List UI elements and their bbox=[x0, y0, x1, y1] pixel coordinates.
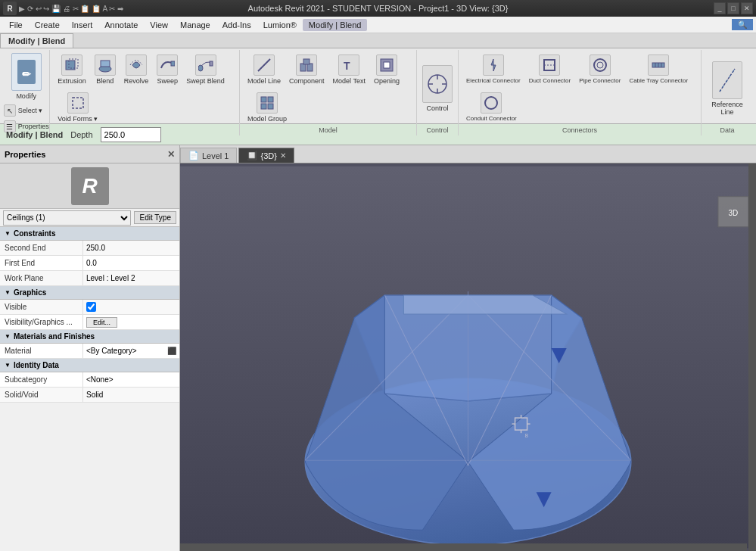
component-label: Component bbox=[289, 77, 325, 85]
menu-addins[interactable]: Add-Ins bbox=[216, 19, 257, 31]
3d-tab-close[interactable]: ✕ bbox=[280, 151, 286, 160]
duct-connector-button[interactable]: Duct Connector bbox=[526, 53, 574, 86]
svg-point-7 bbox=[198, 65, 203, 71]
revolve-button[interactable]: Revolve bbox=[121, 53, 152, 86]
revit-logo: R bbox=[3, 2, 17, 15]
title-bar: R ▶ ⟳ ↩ ↪ 💾 🖨 ✂ 📋 📋 A ✂ ➡ Autodesk Revit… bbox=[0, 0, 756, 17]
graphics-arrow: ▼ bbox=[5, 289, 11, 296]
visible-row: Visible bbox=[0, 300, 179, 315]
visible-checkbox[interactable] bbox=[86, 302, 96, 312]
data-btns: Reference Line bbox=[706, 51, 748, 125]
visible-value[interactable] bbox=[83, 300, 179, 314]
menu-annotate[interactable]: Annotate bbox=[98, 19, 144, 31]
svg-text:T: T bbox=[344, 60, 350, 72]
ribbon-tab-modify-blend[interactable]: Modify | Blend bbox=[0, 33, 73, 48]
cable-tray-connector-button[interactable]: Cable Tray Connector bbox=[626, 53, 691, 86]
view-cube[interactable]: 3D bbox=[718, 197, 748, 227]
avatar-area: R bbox=[0, 163, 179, 209]
graphics-section-header[interactable]: ▼ Graphics bbox=[0, 286, 179, 300]
minimize-btn[interactable]: _ bbox=[714, 2, 726, 14]
menu-create[interactable]: Create bbox=[29, 19, 66, 31]
component-icon bbox=[296, 54, 317, 76]
reference-line-icon bbox=[712, 61, 742, 99]
model-line-button[interactable]: Model Line bbox=[244, 53, 284, 86]
void-forms-button[interactable]: Void Forms ▾ bbox=[54, 91, 101, 124]
horizontal-scrollbar[interactable] bbox=[180, 543, 747, 551]
first-end-input[interactable] bbox=[86, 259, 176, 267]
modify-button[interactable]: ✏ Modify bbox=[8, 51, 45, 101]
sweep-button[interactable]: Sweep bbox=[154, 53, 181, 86]
swept-blend-button[interactable]: Swept Blend bbox=[183, 53, 228, 86]
pipe-connector-button[interactable]: Pipe Connector bbox=[576, 53, 624, 86]
materials-arrow: ▼ bbox=[5, 333, 11, 340]
second-end-value[interactable] bbox=[83, 241, 179, 255]
extrusion-button[interactable]: Extrusion bbox=[54, 53, 89, 86]
model-text-button[interactable]: T Model Text bbox=[330, 53, 369, 86]
forms-btns: Extrusion Blend Revolve bbox=[54, 51, 235, 125]
first-end-value[interactable] bbox=[83, 256, 179, 270]
component-button[interactable]: Component bbox=[286, 53, 328, 86]
view-tab-level1[interactable]: 📄 Level 1 bbox=[180, 148, 237, 163]
conduit-connector-icon bbox=[481, 92, 502, 114]
maximize-btn[interactable]: □ bbox=[727, 2, 739, 14]
menu-file[interactable]: File bbox=[3, 19, 29, 31]
search-box[interactable]: 🔍 bbox=[732, 19, 753, 30]
material-browse-btn[interactable]: ⬛ bbox=[167, 347, 176, 355]
control-group-label: Control bbox=[427, 126, 449, 134]
work-plane-row: Work Plane Level : Level 2 bbox=[0, 271, 179, 286]
control-icon bbox=[422, 65, 453, 103]
svg-text:8: 8 bbox=[525, 432, 529, 439]
model-line-icon bbox=[254, 54, 275, 76]
material-label: Material bbox=[0, 344, 83, 358]
svg-rect-20 bbox=[268, 104, 273, 109]
subcategory-value[interactable]: <None> bbox=[83, 372, 179, 387]
electrical-connector-button[interactable]: Electrical Connector bbox=[463, 53, 524, 86]
solid-void-value: Solid bbox=[83, 388, 179, 402]
opening-button[interactable]: Opening bbox=[371, 53, 403, 86]
close-btn[interactable]: ✕ bbox=[741, 2, 753, 14]
model-btns: Model Line Component T Model Text bbox=[244, 51, 412, 125]
3d-tab-icon: 🔲 bbox=[247, 151, 257, 160]
constraints-section-header[interactable]: ▼ Constraints bbox=[0, 227, 179, 241]
properties-close-button[interactable]: ✕ bbox=[167, 149, 175, 160]
materials-section-header[interactable]: ▼ Materials and Finishes bbox=[0, 330, 179, 344]
select-label: Select ▾ bbox=[18, 107, 43, 114]
menu-manage[interactable]: Manage bbox=[174, 19, 216, 31]
solid-void-row: Solid/Void Solid bbox=[0, 388, 179, 403]
command-label: Modify | Blend bbox=[6, 130, 63, 139]
vertical-scrollbar[interactable] bbox=[748, 163, 756, 551]
material-value[interactable]: <By Category> ⬛ bbox=[83, 344, 179, 358]
menu-insert[interactable]: Insert bbox=[66, 19, 99, 31]
subcategory-row: Subcategory <None> bbox=[0, 372, 179, 388]
menu-view[interactable]: View bbox=[144, 19, 174, 31]
view-tab-3d[interactable]: 🔲 {3D} ✕ bbox=[238, 148, 294, 163]
reference-line-button[interactable]: Reference Line bbox=[706, 60, 748, 117]
visibility-graphics-value[interactable]: Edit... bbox=[83, 315, 179, 329]
second-end-input[interactable] bbox=[86, 244, 176, 252]
identity-section-header[interactable]: ▼ Identity Data bbox=[0, 359, 179, 372]
properties-panel: Properties ✕ R Ceilings (1) Edit Type ▼ … bbox=[0, 145, 180, 551]
cable-tray-connector-label: Cable Tray Connector bbox=[629, 77, 688, 84]
menu-lumion[interactable]: Lumion® bbox=[257, 19, 303, 31]
revit-r-logo: R bbox=[71, 167, 109, 205]
menu-bar: File Create Insert Annotate View Manage … bbox=[0, 17, 756, 33]
visibility-graphics-button[interactable]: Edit... bbox=[86, 317, 117, 328]
type-dropdown[interactable]: Ceilings (1) bbox=[3, 210, 131, 226]
window-controls[interactable]: _ □ ✕ bbox=[714, 2, 753, 14]
ribbon-tabs: Modify | Blend bbox=[0, 33, 756, 48]
swept-blend-icon bbox=[195, 54, 216, 76]
menu-modify-blend[interactable]: Modify | Blend bbox=[303, 19, 368, 31]
depth-input[interactable] bbox=[101, 127, 161, 142]
edit-type-button[interactable]: Edit Type bbox=[134, 211, 176, 224]
work-plane-label: Work Plane bbox=[0, 271, 83, 285]
model-group-button[interactable]: Model Group bbox=[244, 91, 290, 124]
main-area: Properties ✕ R Ceilings (1) Edit Type ▼ … bbox=[0, 145, 756, 551]
conduit-connector-button[interactable]: Conduit Connector bbox=[463, 91, 520, 123]
modify-label: Modify bbox=[16, 92, 36, 100]
select-small-btn[interactable]: ↖ Select ▾ bbox=[1, 103, 52, 118]
control-btns: Control bbox=[419, 51, 456, 125]
app-icons: R ▶ ⟳ ↩ ↪ 💾 🖨 ✂ 📋 📋 A ✂ ➡ bbox=[3, 2, 123, 15]
control-button[interactable]: Control bbox=[419, 64, 456, 114]
opening-label: Opening bbox=[374, 77, 400, 85]
blend-button[interactable]: Blend bbox=[92, 53, 119, 86]
